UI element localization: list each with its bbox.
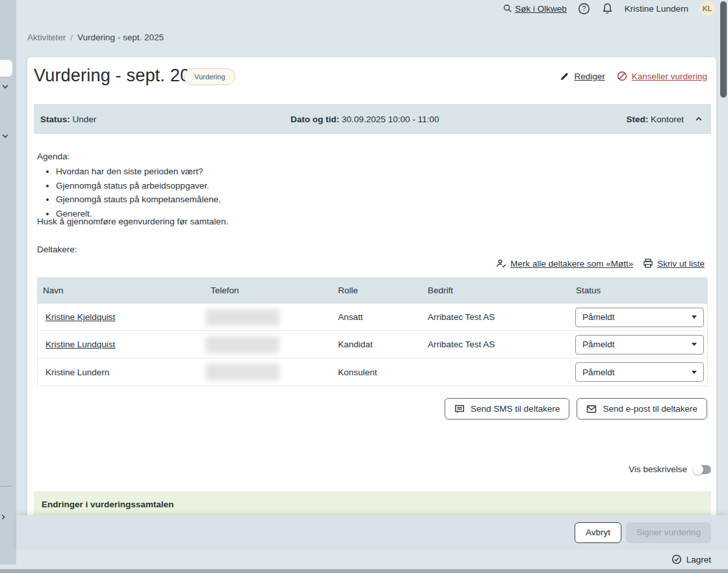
- agenda-item: Hvordan har den siste perioden vært?: [56, 166, 221, 178]
- sidebar-collapsed: [0, 0, 16, 565]
- breadcrumb-current: Vurdering - sept. 2025: [77, 33, 164, 42]
- caret-down-icon: [692, 371, 697, 374]
- print-list-link[interactable]: Skriv ut liste: [643, 258, 705, 269]
- show-description-row: Vis beskrivelse: [629, 464, 711, 474]
- breadcrumb: Aktiviteter / Vurdering - sept. 2025: [27, 33, 164, 42]
- table-row: Kristine Lundquist Kandidat Arribatec Te…: [38, 331, 707, 358]
- search-label: Søk i Olkweb: [515, 4, 567, 14]
- agenda-list: Hvordan har den siste perioden vært? Gje…: [56, 166, 221, 220]
- participant-role: Kandidat: [333, 340, 422, 349]
- cancel-assessment-label: Kanseller vurdering: [632, 72, 707, 81]
- help-icon[interactable]: ?: [578, 3, 590, 15]
- status-label: Status:: [40, 114, 70, 124]
- phone-redacted: [205, 336, 280, 353]
- agenda-item: Gjennomgå status på arbeidsoppgaver.: [56, 180, 221, 192]
- person-check-icon: [496, 258, 506, 269]
- printer-icon: [643, 258, 653, 269]
- col-header-status: Status: [571, 286, 707, 295]
- table-header: Navn Telefon Rolle Bedrift Status: [38, 277, 707, 304]
- search-icon: [503, 4, 512, 13]
- notice-title: Endringer i vurderingssamtalen: [42, 500, 703, 509]
- caret-down-icon: [692, 315, 697, 319]
- status-select[interactable]: Påmeldt: [575, 362, 704, 382]
- col-header-name: Navn: [38, 286, 205, 295]
- mark-all-met-label: Merk alle deltakere som «Møtt»: [510, 259, 633, 269]
- col-header-company: Bedrift: [422, 286, 571, 295]
- saved-label: Lagret: [686, 555, 711, 565]
- notifications-bell-icon[interactable]: [601, 3, 614, 15]
- status-select-value: Påmeldt: [582, 312, 615, 322]
- header-actions: Rediger Kanseller vurdering: [560, 71, 707, 81]
- mark-all-met-link[interactable]: Merk alle deltakere som «Møtt»: [496, 258, 633, 269]
- agenda-item: Gjennomgå stauts på kompetansemålene.: [56, 194, 221, 206]
- breadcrumb-separator: /: [70, 33, 73, 42]
- place-value: Kontoret: [651, 114, 684, 124]
- activity-card: Vurdering - sept. 2025 Vurdering Rediger…: [27, 57, 716, 515]
- send-sms-button[interactable]: Send SMS til deltakere: [445, 398, 569, 420]
- edit-label: Rediger: [574, 72, 604, 81]
- sidebar-divider: [0, 486, 13, 486]
- top-bar: Søk i Olkweb ? Kristine Lundern KL: [16, 0, 715, 17]
- send-email-button[interactable]: Send e-post til deltakere: [577, 398, 707, 420]
- edit-link[interactable]: Rediger: [560, 72, 604, 81]
- sidebar-active-item[interactable]: [0, 60, 12, 77]
- cancel-button[interactable]: Avbryt: [575, 522, 621, 543]
- ban-icon: [617, 71, 627, 81]
- toggle-knob: [693, 464, 703, 475]
- chevron-up-icon[interactable]: [694, 114, 705, 124]
- datetime-value: 30.09.2025 10:00 - 11:00: [342, 114, 439, 124]
- status-select[interactable]: Påmeldt: [575, 335, 704, 354]
- chevron-down-icon[interactable]: [1, 83, 9, 90]
- pencil-icon: [560, 72, 569, 81]
- app-window: Søk i Olkweb ? Kristine Lundern KL Aktiv…: [0, 0, 728, 573]
- table-row: Kristine Lundern Konsulent Påmeldt: [38, 358, 707, 386]
- page-title: Vurdering - sept. 2025: [34, 66, 210, 86]
- participant-role: Konsulent: [333, 367, 422, 377]
- send-sms-label: Send SMS til deltakere: [471, 404, 560, 414]
- user-menu[interactable]: Kristine Lundern: [625, 4, 688, 14]
- status-select[interactable]: Påmeldt: [575, 308, 704, 327]
- col-header-phone: Telefon: [205, 286, 333, 295]
- table-row: Kristine Kjeldquist Ansatt Arribatec Tes…: [38, 304, 707, 331]
- col-header-role: Rolle: [333, 286, 422, 295]
- activity-type-badge: Vurdering: [184, 68, 235, 85]
- status-bar: Status: Under Dato og tid: 30.09.2025 10…: [34, 104, 711, 134]
- breadcrumb-activities-link[interactable]: Aktiviteter: [27, 33, 66, 42]
- notice-banner: Endringer i vurderingssamtalen Endringer…: [34, 491, 711, 515]
- datetime-label: Dato og tid:: [291, 114, 339, 124]
- participant-role: Ansatt: [333, 312, 422, 322]
- print-list-label: Skriv ut liste: [657, 259, 705, 269]
- envelope-icon: [586, 405, 597, 414]
- status-value: Under: [73, 114, 97, 124]
- participant-company: Arribatec Test AS: [422, 312, 571, 322]
- participant-name-link[interactable]: Kristine Kjeldquist: [46, 312, 115, 322]
- avatar[interactable]: KL: [699, 1, 715, 16]
- status-select-value: Påmeldt: [582, 367, 615, 377]
- agenda-heading: Agenda:: [37, 151, 221, 163]
- status-select-value: Påmeldt: [582, 340, 615, 349]
- sticky-footer: Avbryt Signer vurdering: [16, 515, 728, 550]
- participants-table: Navn Telefon Rolle Bedrift Status Kristi…: [37, 277, 708, 386]
- chevron-right-icon[interactable]: [0, 514, 8, 522]
- place-label: Sted:: [626, 114, 648, 124]
- participant-name: Kristine Lundern: [38, 367, 205, 377]
- agenda-note: Husk å gjennomføre egenvurdering før sam…: [37, 217, 228, 226]
- caret-down-icon: [692, 343, 697, 346]
- sms-icon: [454, 404, 465, 414]
- chevron-down-icon[interactable]: [1, 132, 9, 140]
- show-description-toggle[interactable]: [693, 465, 711, 474]
- send-actions: Send SMS til deltakere Send e-post til d…: [445, 398, 707, 420]
- global-search-link[interactable]: Søk i Olkweb: [503, 4, 567, 14]
- saved-status: Lagret: [671, 554, 711, 565]
- show-description-label: Vis beskrivelse: [629, 464, 687, 474]
- scrollbar-thumb[interactable]: [720, 1, 727, 98]
- svg-text:?: ?: [582, 5, 586, 12]
- participant-name-link[interactable]: Kristine Lundquist: [46, 340, 115, 349]
- agenda-block: Agenda: Hvordan har den siste perioden v…: [37, 151, 221, 222]
- cancel-assessment-link[interactable]: Kanseller vurdering: [617, 71, 707, 81]
- window-bottom-edge: [0, 569, 728, 573]
- check-circle-icon: [671, 554, 682, 565]
- participant-company: Arribatec Test AS: [422, 340, 571, 349]
- sign-assessment-button[interactable]: Signer vurdering: [626, 522, 711, 543]
- phone-redacted: [205, 364, 280, 380]
